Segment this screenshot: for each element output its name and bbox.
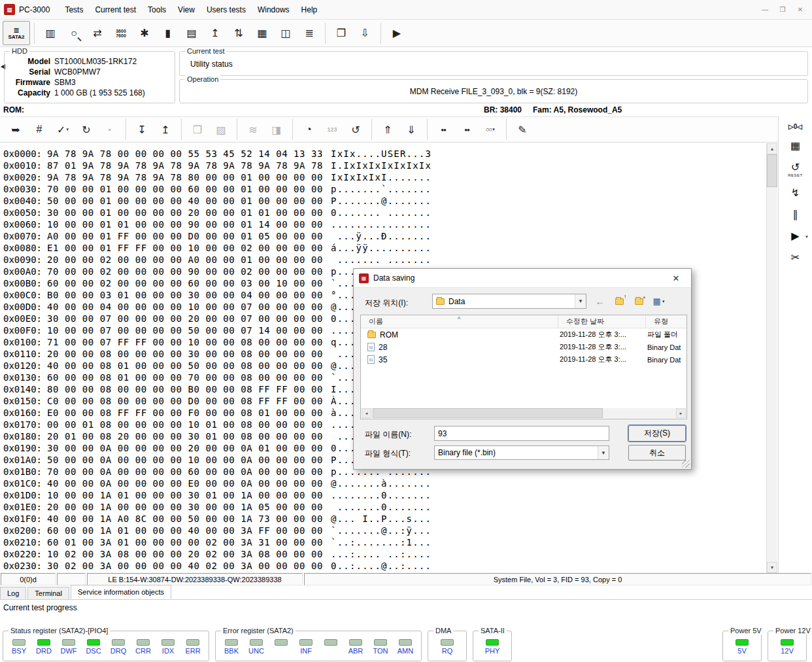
scroll-up-icon[interactable]: ▲ [767,143,777,154]
chevron-down-icon[interactable]: ▼ [575,294,586,308]
baud-rate-icon[interactable]: 3600 7600 [109,22,133,44]
edit-icon[interactable]: ✎ [511,118,534,141]
column-header-item[interactable]: 이름^ [361,315,558,328]
led-label: IDX [162,647,174,655]
hex-bytes: C0 00 00 08 00 00 00 00 D0 00 00 08 FF F… [47,395,323,407]
pause-icon[interactable]: ∥ [793,208,798,220]
scroll-down-icon[interactable]: ▼ [767,562,777,573]
check-menu-icon[interactable]: ✓▾ [51,118,75,141]
led-label: DSC [86,647,101,655]
chip-icon[interactable]: ▮ [156,22,180,44]
hex-ascii: IxIxIxIxI....... [331,171,431,183]
hex-scrollbar[interactable]: ▲ ▼ [766,143,777,573]
status-empty-cell [57,573,86,585]
power-toggle-icon[interactable]: ▷0◁ [788,123,802,130]
scales-icon[interactable]: ⇅ [227,22,250,44]
history-icon[interactable]: ◔ [297,118,320,141]
find-next-icon[interactable]: ●● [455,118,479,141]
chevron-down-icon[interactable]: ▼ [598,446,609,459]
copy-report-icon[interactable]: ❐ [330,22,353,44]
file-type: Binary Dat [646,356,686,364]
refresh-icon[interactable]: ↺ [344,118,367,141]
cancel-button[interactable]: 취소 [628,445,686,461]
load-from-file-icon[interactable]: ↧ [130,118,154,141]
dialog-titlebar[interactable]: ▦ Data saving ✕ [354,269,691,288]
toolbar-separator [427,119,428,140]
led-label: RQ [442,647,453,655]
hex-ascii: 0....... ....... [331,207,431,218]
gears-icon[interactable]: ✱ [133,22,156,44]
column-header-item[interactable]: 수정한 날짜 [558,315,646,328]
file-row-rom[interactable]: ROM2019-11-28 오후 3:...파일 폴더 [361,328,686,341]
file-type-select[interactable]: Binary file (*.bin) ▼ [434,445,609,460]
probe-icon[interactable]: ↯ [791,186,800,199]
menu-windows[interactable]: Windows [252,2,296,18]
table-icon[interactable]: ▦ [250,22,274,44]
chip-mode-icon[interactable]: ▦ [790,139,800,152]
utility-status-icon[interactable]: ▥ [39,22,62,44]
menu-tools[interactable]: Tools [142,2,172,18]
resize-grip[interactable] [682,460,690,468]
minimize-button[interactable]: — [757,3,773,16]
device-exchange-icon[interactable]: ⇄ [86,22,109,44]
restore-button[interactable]: ❐ [775,3,790,16]
view-mode-icon[interactable]: ○○▾ [479,118,502,141]
menu-view[interactable]: View [172,2,201,18]
drive-test-icon[interactable]: ◫ [274,22,297,44]
save-to-file-icon[interactable]: ↥ [154,118,177,141]
up-folder-icon[interactable] [613,295,626,307]
toolbar-separator [381,23,381,44]
back-icon[interactable]: ← [593,295,607,307]
hex-address: 0x0020: [0,171,47,183]
close-button[interactable]: ✕ [792,3,808,16]
chart-icon[interactable]: ▤ [180,22,203,44]
save-sector-icon[interactable]: ➥ [4,118,27,141]
save-location-combobox[interactable]: Data ▼ [432,294,586,309]
scroll-left-icon[interactable]: ◂ [362,408,371,418]
led-label: 5V [737,647,746,655]
toolbar-separator [237,119,237,140]
menu-users-tests[interactable]: Users tests [201,2,252,18]
page-down-icon[interactable]: ⇓ [399,118,423,141]
search-icon[interactable]: ○ [62,22,86,44]
tab-terminal[interactable]: Terminal [27,587,69,599]
menu-tests[interactable]: Tests [59,2,89,18]
new-folder-icon[interactable] [632,295,646,307]
scrollbar-thumb[interactable] [767,154,777,187]
save-button[interactable]: 저장(S) [628,425,686,442]
reset-icon[interactable]: ↺RESET [788,161,803,177]
file-row-28[interactable]: 282019-11-28 오후 3:...Binary Dat [361,341,686,353]
page-up-icon[interactable]: ⇑ [376,118,399,141]
5v-led [736,639,749,646]
menu-current-test[interactable]: Current test [89,2,142,18]
find-icon[interactable]: ●● [431,118,455,141]
terminate-icon[interactable]: ✂ [791,251,800,264]
hex-address: 0x0230: [0,560,47,572]
view-menu-icon[interactable]: ▦▾ [652,295,666,307]
sort-icon[interactable]: ⇩ [353,22,377,44]
sector-grid-icon[interactable]: # [27,118,51,141]
file-list[interactable]: 이름^수정한 날짜유형 ROM2019-11-28 오후 3:...파일 폴더2… [360,315,687,419]
refresh-edit-icon[interactable]: ↻ [75,118,98,141]
run-script-icon[interactable]: ▶▾ [791,230,799,242]
hex-address: 0x0040: [0,195,47,207]
group-power-12v: Power 12V12V [768,631,807,661]
sata2-port-button[interactable]: ≣ SATA2 [3,21,30,45]
file-row-35[interactable]: 352019-11-28 오후 3:...Binary Dat [361,353,686,366]
led-label: ABR [348,647,364,655]
column-header-item[interactable]: 유형 [646,315,686,328]
script-list-icon[interactable]: ≣ [297,22,321,44]
hdd-field-label: Firmware [5,78,54,88]
file-name-input[interactable] [434,426,609,441]
tab-service-information-objects[interactable]: Service information objects [71,585,171,599]
close-icon[interactable]: ✕ [666,270,686,286]
hscrollbar-thumb[interactable] [373,408,603,418]
eject-icon[interactable]: ↥ [203,22,227,44]
file-list-hscrollbar[interactable]: ◂ ▸ [362,408,686,418]
scroll-right-icon[interactable]: ▸ [676,408,686,418]
menu-help[interactable]: Help [296,2,324,18]
tab-log[interactable]: Log [0,587,26,599]
led-label: PHY [485,647,500,655]
start-test-icon[interactable]: ▶ [385,22,409,44]
hex-row: 0x0000:9A 78 9A 78 00 00 00 00 55 53 45 … [0,148,766,160]
